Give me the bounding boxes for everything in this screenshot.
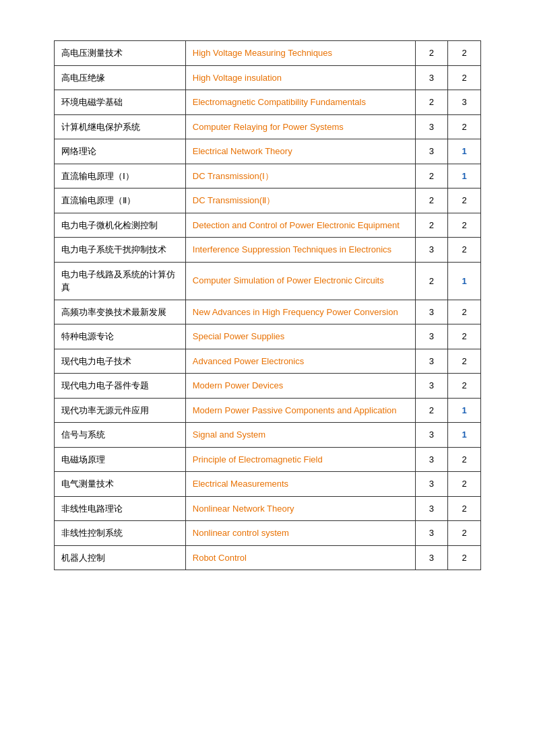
course-credit: 3	[415, 324, 448, 349]
courses-table: 高电压测量技术High Voltage Measuring Techniques…	[54, 40, 481, 570]
course-chinese-name: 直流输电原理（Ⅱ）	[55, 188, 186, 213]
course-period: 1	[448, 139, 481, 164]
course-period: 1	[448, 423, 481, 448]
course-period: 2	[448, 238, 481, 263]
table-row: 环境电磁学基础Electromagnetic Compatibility Fun…	[55, 90, 481, 115]
course-english-name: Modern Power Devices	[185, 374, 415, 399]
course-english-name: Electrical Network Theory	[185, 139, 415, 164]
course-period: 2	[448, 545, 481, 570]
table-row: 机器人控制Robot Control32	[55, 545, 481, 570]
course-chinese-name: 非线性电路理论	[55, 496, 186, 521]
course-credit: 3	[415, 521, 448, 546]
course-credit: 2	[415, 41, 448, 66]
course-period: 2	[448, 496, 481, 521]
course-period: 2	[448, 41, 481, 66]
course-chinese-name: 特种电源专论	[55, 324, 186, 349]
course-english-name: DC Transmission(Ⅰ）	[185, 164, 415, 188]
course-period: 1	[448, 262, 481, 300]
table-row: 现代功率无源元件应用Modern Power Passive Component…	[55, 398, 481, 423]
course-credit: 2	[415, 188, 448, 213]
course-period: 2	[448, 349, 481, 374]
course-credit: 3	[415, 65, 448, 90]
course-english-name: Modern Power Passive Components and Appl…	[185, 398, 415, 423]
table-row: 电力电子线路及系统的计算仿真Computer Simulation of Pow…	[55, 262, 481, 300]
course-english-name: Detection and Control of Power Electroni…	[185, 213, 415, 238]
course-chinese-name: 计算机继电保护系统	[55, 114, 186, 139]
course-credit: 3	[415, 472, 448, 497]
course-credit: 3	[415, 114, 448, 139]
course-credit: 2	[415, 262, 448, 300]
course-period: 2	[448, 324, 481, 349]
course-credit: 3	[415, 545, 448, 570]
course-chinese-name: 现代电力电子器件专题	[55, 374, 186, 399]
course-chinese-name: 电磁场原理	[55, 447, 186, 472]
course-period: 2	[448, 447, 481, 472]
course-english-name: Advanced Power Electronics	[185, 349, 415, 374]
table-row: 电力电子系统干扰抑制技术Interference Suppression Tec…	[55, 238, 481, 263]
course-credit: 3	[415, 374, 448, 399]
course-chinese-name: 电力电子线路及系统的计算仿真	[55, 262, 186, 300]
course-english-name: High Voltage insulation	[185, 65, 415, 90]
table-row: 电磁场原理Principle of Electromagnetic Field3…	[55, 447, 481, 472]
course-english-name: Nonlinear control system	[185, 521, 415, 546]
course-period: 2	[448, 65, 481, 90]
table-row: 电力电子微机化检测控制Detection and Control of Powe…	[55, 213, 481, 238]
course-credit: 2	[415, 90, 448, 115]
course-english-name: Electrical Measurements	[185, 472, 415, 497]
course-credit: 3	[415, 238, 448, 263]
table-row: 现代电力电子器件专题Modern Power Devices32	[55, 374, 481, 399]
course-chinese-name: 直流输电原理（Ⅰ）	[55, 164, 186, 188]
course-chinese-name: 环境电磁学基础	[55, 90, 186, 115]
course-period: 1	[448, 164, 481, 188]
course-english-name: Signal and System	[185, 423, 415, 448]
table-row: 直流输电原理（Ⅱ）DC Transmission(Ⅱ）22	[55, 188, 481, 213]
course-chinese-name: 高电压绝缘	[55, 65, 186, 90]
course-english-name: Robot Control	[185, 545, 415, 570]
course-period: 2	[448, 472, 481, 497]
course-credit: 3	[415, 447, 448, 472]
table-row: 特种电源专论Special Power Supplies32	[55, 324, 481, 349]
table-row: 网络理论Electrical Network Theory31	[55, 139, 481, 164]
course-english-name: DC Transmission(Ⅱ）	[185, 188, 415, 213]
course-chinese-name: 信号与系统	[55, 423, 186, 448]
course-chinese-name: 现代功率无源元件应用	[55, 398, 186, 423]
course-english-name: Principle of Electromagnetic Field	[185, 447, 415, 472]
course-credit: 3	[415, 496, 448, 521]
course-chinese-name: 电力电子系统干扰抑制技术	[55, 238, 186, 263]
course-credit: 3	[415, 139, 448, 164]
course-period: 1	[448, 398, 481, 423]
table-row: 计算机继电保护系统Computer Relaying for Power Sys…	[55, 114, 481, 139]
table-row: 现代电力电子技术Advanced Power Electronics32	[55, 349, 481, 374]
table-row: 电气测量技术Electrical Measurements32	[55, 472, 481, 497]
table-row: 高电压测量技术High Voltage Measuring Techniques…	[55, 41, 481, 66]
course-chinese-name: 电气测量技术	[55, 472, 186, 497]
course-chinese-name: 高电压测量技术	[55, 41, 186, 66]
course-credit: 3	[415, 300, 448, 324]
course-chinese-name: 网络理论	[55, 139, 186, 164]
course-credit: 3	[415, 349, 448, 374]
course-english-name: Special Power Supplies	[185, 324, 415, 349]
course-english-name: Interference Suppression Techniques in E…	[185, 238, 415, 263]
table-row: 非线性电路理论Nonlinear Network Theory32	[55, 496, 481, 521]
table-row: 非线性控制系统Nonlinear control system32	[55, 521, 481, 546]
course-chinese-name: 机器人控制	[55, 545, 186, 570]
course-english-name: Computer Relaying for Power Systems	[185, 114, 415, 139]
course-chinese-name: 电力电子微机化检测控制	[55, 213, 186, 238]
course-period: 2	[448, 300, 481, 324]
course-english-name: High Voltage Measuring Techniques	[185, 41, 415, 66]
course-english-name: Computer Simulation of Power Electronic …	[185, 262, 415, 300]
course-chinese-name: 非线性控制系统	[55, 521, 186, 546]
table-row: 高电压绝缘High Voltage insulation32	[55, 65, 481, 90]
course-period: 2	[448, 188, 481, 213]
course-english-name: Electromagnetic Compatibility Fundamenta…	[185, 90, 415, 115]
table-row: 直流输电原理（Ⅰ）DC Transmission(Ⅰ）21	[55, 164, 481, 188]
course-chinese-name: 高频功率变换技术最新发展	[55, 300, 186, 324]
course-period: 2	[448, 521, 481, 546]
course-period: 2	[448, 114, 481, 139]
course-period: 2	[448, 213, 481, 238]
course-english-name: Nonlinear Network Theory	[185, 496, 415, 521]
course-period: 2	[448, 374, 481, 399]
course-credit: 2	[415, 213, 448, 238]
course-period: 3	[448, 90, 481, 115]
course-credit: 2	[415, 398, 448, 423]
